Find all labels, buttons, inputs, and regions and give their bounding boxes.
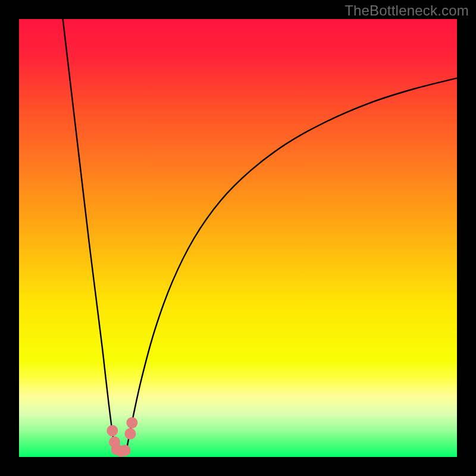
chart-frame: TheBottleneck.com <box>0 0 476 476</box>
data-marker <box>120 444 131 456</box>
data-marker <box>126 417 137 428</box>
gradient-background <box>19 19 457 457</box>
data-marker <box>107 425 118 436</box>
bottleneck-curve-chart <box>19 19 457 457</box>
data-marker <box>124 428 136 439</box>
watermark-text: TheBottleneck.com <box>345 2 469 19</box>
plot-area <box>19 19 457 457</box>
